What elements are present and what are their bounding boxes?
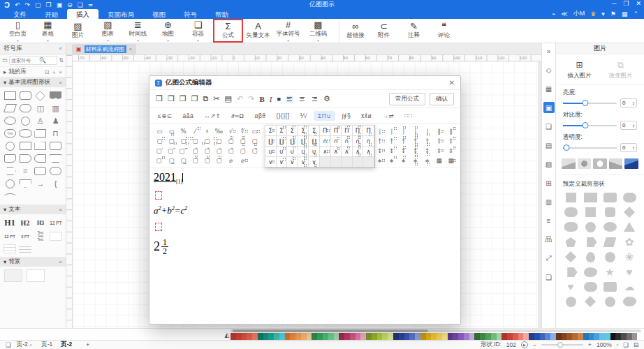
template-cell[interactable]: ▢̳ bbox=[177, 156, 189, 165]
formula-line-mixed-number[interactable]: 2 1 2 bbox=[154, 238, 456, 255]
template-cell[interactable]: ∐ bbox=[298, 135, 309, 147]
document-tab[interactable]: ▣ 材料采购流程图 × bbox=[72, 44, 136, 54]
template-cell[interactable]: Σ bbox=[286, 125, 298, 136]
template-cell[interactable]: ▢‴ bbox=[177, 146, 189, 156]
color-scrollbar-thumb[interactable] bbox=[233, 329, 428, 332]
template-cell[interactable]: ↕ bbox=[374, 146, 386, 156]
template-cell[interactable]: ▢̂ bbox=[189, 146, 201, 156]
color-swatch[interactable] bbox=[605, 333, 610, 340]
color-swatch[interactable] bbox=[258, 333, 263, 340]
copy-icon[interactable]: ⧉ bbox=[203, 94, 209, 103]
template-cell[interactable]: ∪ bbox=[265, 146, 277, 157]
template-cell[interactable]: ⌀ bbox=[225, 156, 237, 165]
undo-icon[interactable]: ↶ bbox=[15, 1, 20, 8]
dialog-close-icon[interactable]: ✕ bbox=[449, 79, 455, 87]
template-cell[interactable]: ▢̇ bbox=[237, 146, 249, 156]
ribbon-item-图表[interactable]: ▧图表▾ bbox=[93, 19, 123, 43]
color-swatch[interactable] bbox=[534, 333, 540, 340]
template-cell[interactable]: ∐ bbox=[276, 135, 288, 147]
template-cell[interactable]: ∨ bbox=[276, 156, 288, 168]
spinner-arrows[interactable]: ▲▼ bbox=[632, 124, 635, 128]
template-cell[interactable]: ▢′ bbox=[154, 146, 166, 156]
template-cell[interactable]: ∧ bbox=[341, 146, 353, 157]
ribbon-item-注释[interactable]: ✎注释 bbox=[399, 19, 429, 43]
color-swatch[interactable] bbox=[323, 333, 328, 340]
shape-cell[interactable] bbox=[3, 154, 17, 163]
color-swatch[interactable] bbox=[377, 333, 383, 340]
ribbon-item-附件[interactable]: ⊂附件 bbox=[369, 19, 399, 43]
redo-icon[interactable]: ↷ bbox=[25, 1, 31, 8]
slider-track-2[interactable] bbox=[563, 125, 617, 126]
color-swatch[interactable] bbox=[578, 333, 583, 340]
chevron-down-icon[interactable]: ▾ bbox=[601, 10, 605, 17]
settings-gear-icon[interactable]: ⚙ bbox=[323, 94, 330, 103]
export-pdf-icon[interactable]: ❐ bbox=[191, 94, 198, 103]
shape-cell[interactable] bbox=[3, 191, 17, 201]
expand-arrow-icon[interactable]: ▸ bbox=[3, 68, 6, 75]
category-integrals[interactable]: ∫∮§ bbox=[337, 111, 355, 121]
slider-knob[interactable] bbox=[583, 100, 589, 106]
category-sum-product[interactable]: ΣΠ∪ bbox=[314, 111, 335, 121]
shape-cell[interactable] bbox=[3, 141, 17, 151]
account-name[interactable]: 小M bbox=[573, 9, 585, 18]
text-style-item[interactable]: 9 PT bbox=[21, 235, 29, 239]
redo-icon[interactable]: ↷ bbox=[248, 94, 254, 103]
close-section-icon[interactable]: × bbox=[59, 207, 62, 213]
template-cell[interactable]: ▢̃ bbox=[213, 146, 225, 156]
empty-placeholder-box[interactable] bbox=[155, 223, 162, 231]
template-cell[interactable]: Σ bbox=[298, 125, 309, 136]
search-input[interactable] bbox=[11, 58, 39, 63]
color-swatch[interactable] bbox=[420, 333, 426, 340]
color-swatch[interactable] bbox=[409, 333, 415, 340]
shape-cell[interactable] bbox=[34, 141, 47, 151]
template-cell[interactable]: Σ bbox=[276, 125, 288, 136]
color-swatch[interactable] bbox=[529, 333, 534, 340]
template-cell[interactable]: ⁄ bbox=[189, 126, 201, 136]
template-cell[interactable] bbox=[330, 156, 342, 168]
text-style-item[interactable]: 12 PT bbox=[50, 221, 61, 225]
color-swatch[interactable] bbox=[263, 333, 269, 340]
crop-shape[interactable] bbox=[566, 193, 576, 202]
slider-value-input[interactable]: 0▲▼ bbox=[620, 98, 637, 107]
share-icon[interactable]: ≪ bbox=[561, 10, 567, 17]
crop-shape[interactable] bbox=[584, 193, 597, 202]
outline-icon[interactable]: ≡ bbox=[543, 215, 555, 226]
shape-cell[interactable] bbox=[34, 128, 47, 138]
shape-cell[interactable]: { bbox=[49, 179, 62, 188]
color-swatch[interactable] bbox=[632, 333, 638, 340]
ribbon-item-容器[interactable]: ❏容器▾ bbox=[183, 19, 213, 43]
shape-cell[interactable] bbox=[19, 179, 32, 188]
crop-shape[interactable] bbox=[623, 193, 636, 202]
color-swatch[interactable] bbox=[437, 333, 442, 340]
add-page-button[interactable]: + bbox=[82, 341, 94, 348]
ribbon-item-字体符号[interactable]: #字体符号▾ bbox=[273, 19, 303, 43]
color-swatch[interactable] bbox=[350, 333, 356, 340]
color-swatch[interactable] bbox=[513, 333, 518, 340]
color-swatch[interactable] bbox=[594, 333, 599, 340]
spinner-arrows[interactable]: ▲▼ bbox=[632, 146, 635, 150]
color-swatch[interactable] bbox=[312, 333, 317, 340]
color-swatch[interactable] bbox=[572, 333, 578, 340]
shape-cell[interactable]: = bbox=[19, 166, 32, 176]
crop-shape[interactable] bbox=[603, 237, 617, 247]
template-cell[interactable]: √ bbox=[225, 126, 237, 136]
color-swatch[interactable] bbox=[404, 333, 410, 340]
template-cell[interactable]: ↕ bbox=[421, 146, 433, 156]
color-swatch[interactable] bbox=[295, 333, 301, 340]
color-swatch[interactable] bbox=[502, 333, 507, 340]
template-cell[interactable]: ▢ bbox=[237, 136, 249, 146]
color-swatch[interactable] bbox=[360, 333, 366, 340]
template-cell[interactable]: ∧ bbox=[319, 146, 331, 157]
image-thumbnail-selected[interactable] bbox=[624, 158, 638, 169]
crop-shape[interactable]: ♥ bbox=[568, 282, 574, 292]
add-library-icon[interactable]: ＋ bbox=[51, 68, 57, 76]
color-swatch[interactable] bbox=[279, 333, 285, 340]
crop-shape[interactable] bbox=[564, 222, 578, 232]
template-cell[interactable]: ∣ bbox=[421, 126, 433, 136]
shape-cell[interactable] bbox=[19, 116, 32, 126]
zoom-out-icon[interactable]: − bbox=[533, 341, 536, 348]
shape-cell[interactable]: ♙ bbox=[34, 116, 47, 126]
crop-shape[interactable] bbox=[585, 296, 596, 307]
color-swatch[interactable] bbox=[328, 333, 334, 340]
template-cell[interactable]: Π bbox=[352, 125, 364, 136]
